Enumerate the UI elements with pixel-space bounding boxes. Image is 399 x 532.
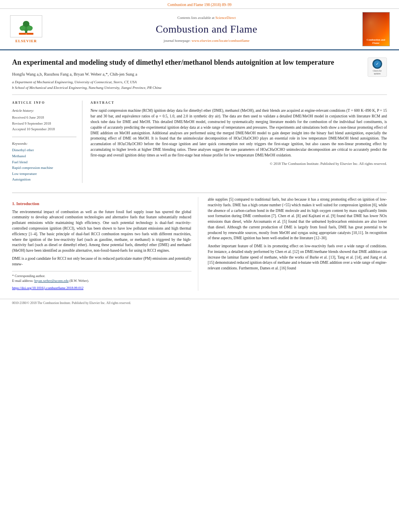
email-note: E-mail address: bryan.weber@uconn.edu (B… [12, 279, 191, 283]
article-info-abstract: ARTICLE INFO Article history: Received 6… [12, 95, 387, 189]
check-updates-badge: ✓ Check for updates [368, 58, 387, 77]
affiliations: a Department of Mechanical Engineering, … [12, 80, 362, 90]
logo-box [10, 15, 42, 37]
paper-title: An experimental and modeling study of di… [12, 58, 362, 67]
article-info-label: ARTICLE INFO [12, 101, 76, 105]
journal-cover: Combustion and Flame [361, 12, 391, 46]
keyword-1: Dimethyl ether [12, 148, 76, 153]
history-label: Article history: [12, 108, 76, 113]
paper-title-text: An experimental and modeling study of di… [12, 58, 362, 90]
header-center: Contents lists available at ScienceDirec… [52, 12, 361, 46]
main-content: An experimental and modeling study of di… [0, 50, 399, 299]
top-bar: Combustion and Flame 198 (2018) 89–99 [0, 0, 399, 9]
keyword-4: Rapid compression machine [12, 165, 76, 170]
journal-homepage-link[interactable]: www.elsevier.com/locate/combustflame [191, 39, 249, 43]
keyword-3: Fuel blend [12, 160, 76, 165]
section1-para1: The environmental impact of combustion a… [12, 210, 191, 254]
section1-right-para1: able supplies [5] compared to traditiona… [208, 197, 387, 241]
authors: Hongfu Wang a,b, Ruozhou Fang a, Bryan W… [12, 72, 362, 78]
homepage-line: journal homepage: www.elsevier.com/locat… [52, 38, 361, 43]
abstract-column: ABSTRACT New rapid compression machine (… [90, 101, 387, 183]
journal-title-header: Combustion and Flame [52, 22, 361, 37]
svg-point-3 [27, 25, 33, 31]
keywords-section: Keywords: Dimethyl ether Methanol Fuel b… [12, 141, 76, 182]
issn-copyright: 0010-2180/© 2018 The Combustion Institut… [12, 301, 131, 305]
affiliation-a: a Department of Mechanical Engineering, … [12, 80, 362, 85]
article-history: Article history: Received 6 June 2018 Re… [12, 108, 76, 131]
sciencedirect-link[interactable]: ScienceDirect [216, 16, 236, 20]
header: ELSEVIER Contents lists available at Sci… [0, 9, 399, 50]
received-date: Received 6 June 2018 [12, 115, 76, 120]
author-email[interactable]: bryan.weber@uconn.edu [34, 279, 68, 283]
elsevier-wordmark: ELSEVIER [15, 39, 37, 44]
cover-box: Combustion and Flame [362, 12, 390, 46]
svg-point-4 [23, 21, 29, 27]
contents-available: Contents lists available at ScienceDirec… [52, 15, 361, 21]
abstract-text: New rapid compression machine (RCM) igni… [90, 108, 387, 158]
bottom-bar: 0010-2180/© 2018 The Combustion Institut… [0, 299, 399, 307]
divider-1 [12, 137, 76, 137]
keyword-5: Low temperature [12, 171, 76, 177]
cover-title: Combustion and Flame [364, 38, 388, 45]
abstract-label: ABSTRACT [90, 101, 387, 105]
section1-para2: DME is a good candidate for RCCI not onl… [12, 256, 191, 267]
copyright: © 2018 The Combustion Institute. Publish… [90, 161, 387, 166]
keywords-label: Keywords: [12, 141, 76, 146]
body-right-column: able supplies [5] compared to traditiona… [206, 197, 387, 291]
article-info-column: ARTICLE INFO Article history: Received 6… [12, 101, 82, 183]
keyword-2: Methanol [12, 154, 76, 159]
elsevier-logo: ELSEVIER [8, 12, 44, 46]
body-content: 1. Introduction The environmental impact… [12, 197, 387, 299]
accepted-date: Accepted 10 September 2018 [12, 127, 76, 132]
paper-title-section: An experimental and modeling study of di… [12, 50, 387, 95]
corresponding-author-note: * Corresponding author. [12, 274, 191, 279]
section1-right-para2: Another important feature of DME is its … [208, 244, 387, 271]
elsevier-tree-icon [14, 17, 38, 35]
doi-line[interactable]: https://doi.org/10.1016/j.combustflame.2… [12, 286, 191, 291]
affiliation-b: b School of Mechanical and Electrical En… [12, 85, 362, 91]
check-updates-label: Check for updates [373, 70, 382, 76]
divider-2 [12, 193, 387, 193]
journal-citation: Combustion and Flame 198 (2018) 89–99 [167, 3, 231, 7]
body-left-column: 1. Introduction The environmental impact… [12, 197, 198, 291]
footnote-area: * Corresponding author. E-mail address: … [12, 271, 191, 283]
keyword-6: Autoignition [12, 177, 76, 182]
revised-date: Revised 9 September 2018 [12, 121, 76, 126]
doi-link[interactable]: https://doi.org/10.1016/j.combustflame.2… [12, 286, 83, 290]
svg-point-2 [20, 25, 25, 31]
section1-heading: 1. Introduction [12, 201, 191, 207]
check-circle-icon: ✓ [372, 59, 382, 69]
